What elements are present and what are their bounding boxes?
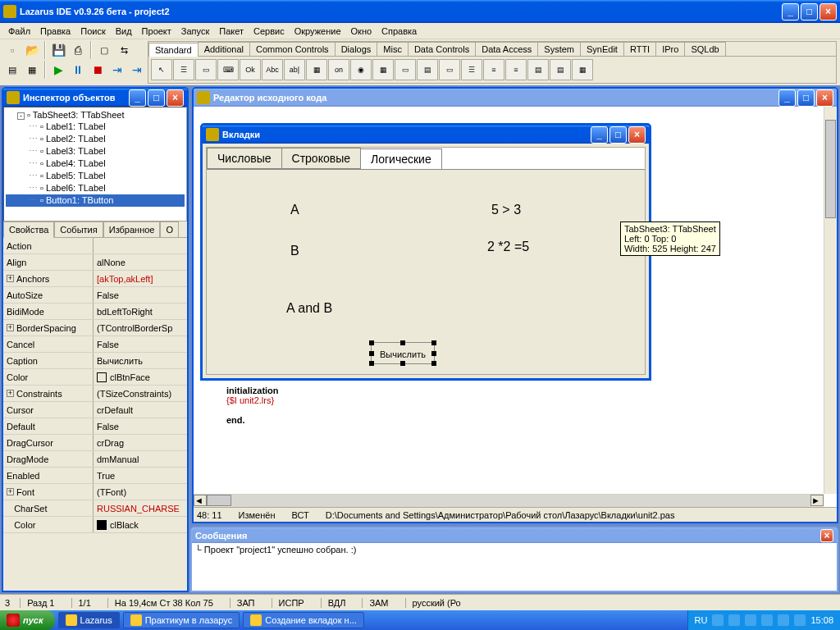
form-close[interactable]: × <box>628 126 646 144</box>
property-row[interactable]: Action <box>3 238 187 254</box>
tab-properties[interactable]: Свойства <box>3 221 54 238</box>
tree-item[interactable]: ⋯ ▫ Button1: TButton <box>6 194 185 207</box>
palette-tab-ipro[interactable]: IPro <box>655 42 685 56</box>
form-designer[interactable]: Вкладки _ □ × Числовые Строковые Логичес… <box>200 123 651 381</box>
tab-restricted[interactable]: О <box>160 221 179 237</box>
form-titlebar[interactable]: Вкладки _ □ × <box>203 126 649 144</box>
menu-file[interactable]: Файл <box>3 25 35 38</box>
palette-component-0[interactable]: ↖ <box>151 59 172 80</box>
inspector-maximize[interactable]: □ <box>148 89 165 107</box>
editor-scrollbar-h[interactable]: ◄► <box>194 494 824 507</box>
inspector-minimize[interactable]: _ <box>129 89 146 107</box>
property-row[interactable]: ColorclBtnFace <box>3 369 187 386</box>
palette-component-9[interactable]: ◉ <box>350 59 372 80</box>
palette-tab-misc[interactable]: Misc <box>377 42 409 56</box>
form-minimize[interactable]: _ <box>591 126 608 144</box>
tray-icon[interactable] <box>778 614 789 626</box>
palette-component-10[interactable]: ▦ <box>372 59 394 80</box>
palette-tab-datacontrols[interactable]: Data Controls <box>408 42 476 56</box>
tree-item[interactable]: -▫ TabSheet3: TTabSheet <box>6 109 185 121</box>
menubar[interactable]: Файл Правка Поиск Вид Проект Запуск Паке… <box>0 23 840 39</box>
run-button[interactable] <box>49 61 67 79</box>
property-row[interactable]: CharSetRUSSIAN_CHARSE <box>3 500 187 517</box>
menu-project[interactable]: Проект <box>137 25 176 38</box>
close-button[interactable]: × <box>819 3 837 21</box>
tree-item[interactable]: ⋯ ▫ Label1: TLabel <box>6 121 185 133</box>
step-into-button[interactable] <box>128 61 146 79</box>
inspector-close[interactable]: × <box>167 89 184 107</box>
palette-tab-rtti[interactable]: RTTI <box>623 42 656 56</box>
palette-component-19[interactable]: ▦ <box>572 59 593 80</box>
page-control[interactable]: Числовые Строковые Логические Вычислить … <box>206 147 646 375</box>
property-row[interactable]: BidiModebdLeftToRight <box>3 304 187 320</box>
property-row[interactable]: +Constraints(TSizeConstraints) <box>3 386 187 402</box>
palette-component-1[interactable]: ☰ <box>173 59 194 80</box>
property-row[interactable]: CursorcrDefault <box>3 402 187 418</box>
menu-edit[interactable]: Правка <box>35 25 75 38</box>
tree-item[interactable]: ⋯ ▫ Label2: TLabel <box>6 133 185 145</box>
start-button[interactable]: пуск <box>0 610 55 630</box>
property-row[interactable]: +Font(TFont) <box>3 484 187 500</box>
tray-icon[interactable] <box>712 614 724 626</box>
palette-component-2[interactable]: ▭ <box>195 59 217 80</box>
editor-body[interactable]: initialization {$I unit2.lrs} end. ◄► Вк… <box>194 107 837 507</box>
new-form-button[interactable]: ▢ <box>95 41 113 59</box>
messages-close[interactable]: × <box>820 529 833 542</box>
tree-item[interactable]: ⋯ ▫ Label4: TLabel <box>6 158 185 170</box>
open-button[interactable] <box>23 41 41 59</box>
palette-component-14[interactable]: ☰ <box>461 59 482 80</box>
property-row[interactable]: DragCursorcrDrag <box>3 435 187 451</box>
property-row[interactable]: DragModedmManual <box>3 451 187 468</box>
palette-tab-standard[interactable]: Standard <box>148 43 199 57</box>
menu-help[interactable]: Справка <box>377 25 422 38</box>
palette-tab-dialogs[interactable]: Dialogs <box>335 42 378 56</box>
palette-component-17[interactable]: ▤ <box>527 59 549 80</box>
pc-tab-logic[interactable]: Логические <box>360 148 442 170</box>
taskbar-task[interactable]: Lazarus <box>58 612 120 628</box>
tray-icon[interactable] <box>728 614 740 626</box>
pause-button[interactable] <box>69 61 87 79</box>
tree-item[interactable]: ⋯ ▫ Label6: TLabel <box>6 182 185 194</box>
palette-component-16[interactable]: ≡ <box>505 59 527 80</box>
design-label[interactable]: 5 > 3 <box>490 203 523 217</box>
design-label[interactable]: 2 *2 =5 <box>486 240 531 254</box>
system-tray[interactable]: RU 15:08 <box>687 610 840 630</box>
clock[interactable]: 15:08 <box>810 615 833 625</box>
messages-list[interactable]: └ Проект "project1" успешно собран. :) <box>192 543 837 591</box>
palette-component-8[interactable]: on <box>328 59 349 80</box>
step-over-button[interactable] <box>108 61 126 79</box>
tab-sheet[interactable]: Вычислить ABA and B5 > 32 *2 =5 <box>207 169 645 374</box>
palette-tab-additional[interactable]: Additional <box>198 42 250 56</box>
pc-tab-string[interactable]: Строковые <box>281 148 361 169</box>
property-row[interactable]: CaptionВычислить <box>3 353 187 369</box>
palette-component-18[interactable]: ▤ <box>550 59 571 80</box>
property-row[interactable]: AutoSizeFalse <box>3 287 187 304</box>
property-row[interactable]: +Anchors[akTop,akLeft] <box>3 271 187 287</box>
toggle-button[interactable]: ⇆ <box>115 41 133 59</box>
pc-tab-numeric[interactable]: Числовые <box>207 148 282 169</box>
component-tree[interactable]: -▫ TabSheet3: TTabSheet⋯ ▫ Label1: TLabe… <box>3 107 187 221</box>
tree-item[interactable]: ⋯ ▫ Label5: TLabel <box>6 170 185 182</box>
tray-icon[interactable] <box>794 614 806 626</box>
menu-tools[interactable]: Сервис <box>249 25 290 38</box>
taskbar-task[interactable]: Создание вкладок н... <box>243 612 364 628</box>
menu-environment[interactable]: Окружение <box>290 25 346 38</box>
editor-close[interactable]: × <box>816 89 833 107</box>
palette-component-11[interactable]: ▭ <box>395 59 416 80</box>
menu-run[interactable]: Запуск <box>176 25 214 38</box>
minimize-button[interactable]: _ <box>782 3 799 21</box>
palette-component-4[interactable]: Ok <box>240 59 261 80</box>
property-tabs[interactable]: Свойства События Избранное О <box>3 221 187 238</box>
editor-maximize[interactable]: □ <box>797 89 815 107</box>
property-row[interactable]: EnabledTrue <box>3 468 187 484</box>
property-row[interactable]: AlignalNone <box>3 254 187 271</box>
property-row[interactable]: +BorderSpacing(TControlBorderSp <box>3 320 187 336</box>
tab-favorites[interactable]: Избранное <box>103 221 161 237</box>
menu-view[interactable]: Вид <box>111 25 137 38</box>
palette-component-7[interactable]: ▦ <box>306 59 327 80</box>
new-unit-button[interactable] <box>3 41 21 59</box>
palette-tab-common[interactable]: Common Controls <box>249 42 336 56</box>
maximize-button[interactable]: □ <box>801 3 818 21</box>
editor-scrollbar-v[interactable] <box>824 107 837 494</box>
property-row[interactable]: DefaultFalse <box>3 418 187 435</box>
